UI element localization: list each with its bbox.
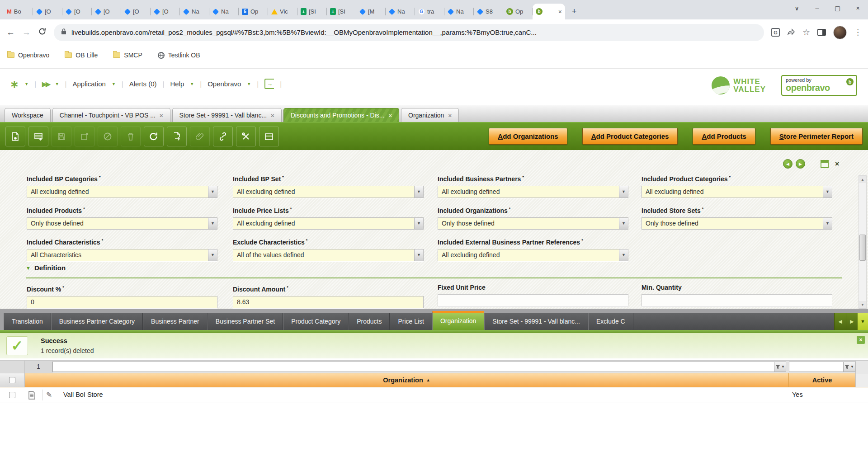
profile-avatar[interactable] [833, 26, 847, 39]
tab-menu-icon[interactable]: ▼ [858, 313, 868, 330]
chevron-down-icon[interactable]: ▼ [208, 186, 217, 198]
store-perimeter-report-button[interactable]: Store Perimeter Report [770, 128, 863, 145]
new-document-button[interactable] [5, 127, 25, 146]
row-checkbox[interactable] [9, 392, 15, 398]
chevron-down-icon[interactable]: ▼ [414, 218, 423, 229]
close-icon[interactable]: × [160, 112, 163, 119]
browser-tab[interactable]: [M [356, 4, 386, 19]
close-form-icon[interactable]: × [835, 160, 839, 168]
tab-organization[interactable]: Organization× [401, 108, 459, 122]
browser-tab[interactable]: +[SI [297, 4, 327, 19]
tab-search-icon[interactable]: ∨ [787, 0, 807, 16]
select-all-checkbox[interactable] [9, 377, 15, 383]
close-window-button[interactable]: × [848, 0, 868, 16]
combo-included-organizations[interactable]: Only those defined▼ [438, 217, 628, 230]
child-tab-translation[interactable]: Translation [4, 313, 51, 330]
new-row-button[interactable] [28, 127, 48, 146]
scrollbar-thumb[interactable] [859, 235, 866, 261]
share-icon[interactable] [787, 28, 795, 37]
scroll-tabs-right-icon[interactable]: ▶ [846, 313, 858, 330]
browser-tab[interactable]: Vic [268, 4, 297, 19]
menu-alerts[interactable]: Alerts (0) [129, 80, 157, 88]
tools-button[interactable] [236, 127, 256, 146]
combo-included-product-categories[interactable]: All excluding defined▼ [642, 186, 832, 198]
child-tab-business-partner[interactable]: Business Partner [143, 313, 208, 330]
translate-icon[interactable]: G [771, 28, 780, 37]
maximize-form-icon[interactable] [821, 160, 829, 168]
tab-store-set[interactable]: Store Set - 99991 - Vall blanc...× [172, 108, 282, 122]
bookmark-folder[interactable]: OB Lille [65, 52, 98, 59]
browser-tab[interactable]: Na [386, 4, 415, 19]
filter-funnel-icon[interactable]: ▼ [843, 362, 855, 372]
combo-included-store-sets[interactable]: Only those defined▼ [642, 217, 832, 230]
add-organizations-button[interactable]: Add Organizations [489, 128, 567, 145]
input-fixed-unit-price[interactable] [438, 294, 628, 306]
browser-tab[interactable]: [O [121, 4, 151, 19]
browser-tab[interactable]: MBo [4, 4, 33, 19]
scroll-down-icon[interactable]: ▼ [859, 301, 866, 308]
recent-views-icon[interactable]: ▶▶ [42, 80, 49, 88]
combo-included-products[interactable]: Only those defined▼ [27, 217, 217, 230]
browser-tab[interactable]: [O [33, 4, 62, 19]
close-tab-icon[interactable]: × [558, 9, 562, 15]
minimize-button[interactable]: – [807, 0, 827, 16]
browser-menu-icon[interactable]: ⋮ [854, 28, 862, 37]
link-button[interactable] [213, 127, 233, 146]
bookmark-folder[interactable]: SMCP [113, 52, 142, 59]
chevron-down-icon[interactable]: ▼ [619, 218, 628, 229]
combo-exclude-characteristics[interactable]: All of the values defined▼ [233, 249, 424, 261]
add-product-categories-button[interactable]: Add Product Categories [582, 128, 678, 145]
browser-tab[interactable]: Gtra [415, 4, 444, 19]
export-button[interactable] [167, 127, 187, 146]
combo-included-external-bp-references[interactable]: All excluding defined▼ [438, 249, 628, 261]
column-header-organization[interactable]: Organization ▲ [25, 373, 789, 387]
chevron-down-icon[interactable]: ▼ [619, 186, 628, 198]
maximize-button[interactable]: ▢ [827, 0, 848, 16]
tab-channel-touchpoint[interactable]: Channel - Touchpoint - VB POS ...× [52, 108, 170, 122]
browser-tab[interactable]: [O [62, 4, 92, 19]
child-tab-product-category[interactable]: Product Category [283, 313, 349, 330]
chevron-down-icon[interactable]: ▼ [208, 249, 217, 261]
open-record-icon[interactable] [28, 391, 36, 401]
filter-funnel-icon[interactable]: ▼ [774, 362, 786, 372]
close-icon[interactable]: × [271, 112, 274, 119]
chevron-down-icon[interactable]: ▼ [55, 82, 59, 86]
side-panel-icon[interactable] [817, 29, 826, 36]
scroll-tabs-left-icon[interactable]: ◀ [834, 313, 846, 330]
tab-discounts-promotions[interactable]: Discounts and Promotions - Dis...× [283, 108, 399, 122]
close-message-icon[interactable]: × [857, 336, 865, 344]
child-tab-organization[interactable]: Organization [432, 311, 484, 330]
child-tab-store-set[interactable]: Store Set - 99991 - Vall blanc... [484, 313, 588, 330]
active-filter-input[interactable]: ▼ [789, 362, 855, 372]
browser-tab[interactable]: Na [180, 4, 209, 19]
menu-application[interactable]: Application [72, 80, 105, 88]
input-discount-amount[interactable]: 8.63 [233, 296, 424, 308]
browser-tab[interactable]: Na [444, 4, 474, 19]
combo-included-business-partners[interactable]: All excluding defined▼ [438, 186, 628, 198]
lock-icon[interactable] [61, 28, 66, 37]
combo-included-characteristics[interactable]: All Characteristics▼ [27, 249, 217, 261]
menu-help[interactable]: Help [170, 80, 184, 88]
url-bar[interactable]: livebuilds.openbravo.com/retail_pos2_mod… [54, 24, 764, 41]
form-scrollbar[interactable]: ▲ ▼ [859, 175, 867, 309]
child-tab-exclude[interactable]: Exclude C [588, 313, 633, 330]
table-row[interactable]: ✎ Vall Boí Store Yes [0, 387, 868, 403]
browser-tab[interactable]: S8 [474, 4, 503, 19]
previous-record-icon[interactable]: ◀ [783, 159, 793, 169]
browser-tab[interactable]: bOp [503, 4, 533, 19]
menu-user[interactable]: Openbravo [208, 80, 241, 88]
tab-workspace[interactable]: Workspace [5, 108, 51, 122]
browser-tab[interactable]: +[SI [327, 4, 356, 19]
add-products-button[interactable]: Add Products [693, 128, 755, 145]
edit-pencil-icon[interactable]: ✎ [46, 390, 52, 399]
quick-launch-icon[interactable]: ∗ [10, 80, 19, 89]
close-icon[interactable]: × [448, 112, 452, 119]
logout-icon[interactable]: → [264, 79, 274, 89]
browser-tab[interactable]: Na [209, 4, 239, 19]
chevron-down-icon[interactable]: ▼ [619, 249, 628, 261]
browser-tab[interactable]: [O [151, 4, 180, 19]
child-tab-price-list[interactable]: Price List [390, 313, 432, 330]
combo-include-price-lists[interactable]: All excluding defined▼ [233, 217, 424, 230]
organization-filter-input[interactable]: ▼ [52, 362, 786, 372]
bookmark-folder[interactable]: Openbravo [7, 52, 49, 59]
